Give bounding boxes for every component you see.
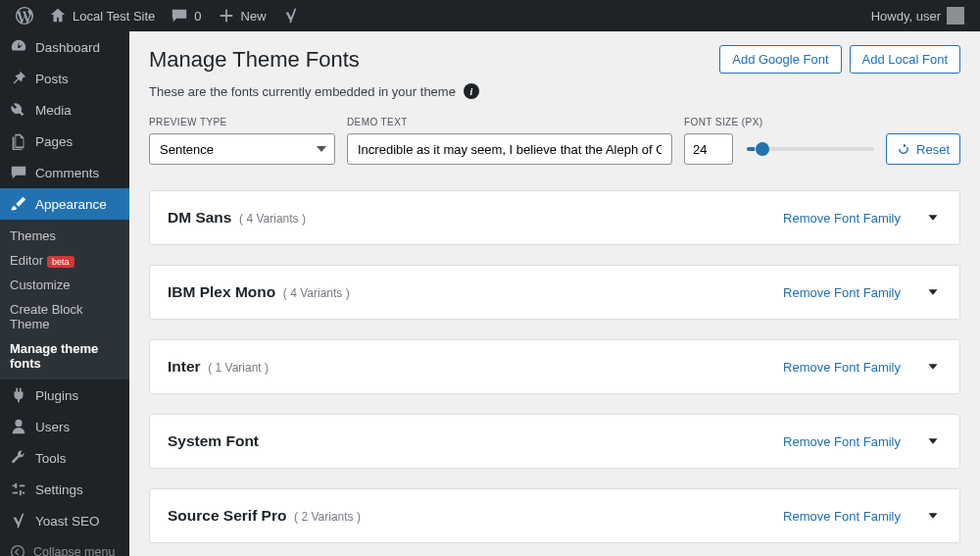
expand-toggle[interactable] [924, 358, 942, 376]
media-icon [10, 101, 27, 119]
sidebar-item-pages[interactable]: Pages [0, 126, 129, 157]
reset-icon [897, 142, 910, 156]
font-card: Inter ( 1 Variant ) Remove Font Family [149, 339, 960, 394]
sidebar-item-label: Settings [35, 482, 83, 497]
sidebar-item-label: Media [35, 103, 72, 118]
plus-icon [218, 7, 235, 25]
chevron-down-icon [924, 358, 942, 376]
sidebar-item-label: Posts [35, 72, 69, 86]
remove-font-link[interactable]: Remove Font Family [783, 509, 901, 524]
page-title: Manage Theme Fonts [149, 47, 360, 73]
dashboard-icon [10, 38, 27, 56]
demo-text-label: DEMO TEXT [347, 117, 672, 127]
remove-font-link[interactable]: Remove Font Family [783, 285, 901, 300]
new-content[interactable]: New [210, 0, 274, 31]
account-link[interactable]: Howdy, user [863, 0, 972, 31]
chevron-down-icon [924, 209, 942, 227]
adminbar: Local Test Site 0 New Howdy, user [0, 0, 980, 31]
sliders-icon [10, 480, 27, 498]
demo-text-input[interactable] [347, 133, 672, 165]
font-name: Source Serif Pro [168, 507, 286, 524]
submenu-themes[interactable]: Themes [0, 224, 129, 248]
fonts-list: DM Sans ( 4 Variants ) Remove Font Famil… [149, 190, 960, 543]
font-actions: Remove Font Family [783, 283, 942, 301]
sidebar-item-tools[interactable]: Tools [0, 442, 129, 474]
expand-toggle[interactable] [924, 432, 942, 450]
collapse-icon [10, 544, 25, 556]
font-variants: ( 4 Variants ) [239, 212, 306, 226]
font-card: Source Serif Pro ( 2 Variants ) Remove F… [149, 488, 960, 543]
font-variants: ( 2 Variants ) [294, 510, 361, 524]
home-icon [49, 7, 67, 25]
submenu-create-block-theme[interactable]: Create Block Theme [0, 297, 129, 336]
howdy-label: Howdy, user [871, 9, 941, 24]
chevron-down-icon [924, 507, 942, 525]
font-size-slider[interactable] [747, 147, 874, 151]
font-name: DM Sans [168, 209, 231, 226]
plug-icon [10, 386, 27, 404]
expand-toggle[interactable] [924, 283, 942, 301]
page-header: Manage Theme Fonts Add Google Font Add L… [149, 45, 960, 74]
sidebar-item-label: Tools [35, 451, 67, 466]
expand-toggle[interactable] [924, 209, 942, 227]
comment-icon [10, 164, 27, 181]
sidebar-item-label: Plugins [35, 388, 78, 403]
font-size-control: FONT SIZE (PX) [684, 117, 874, 165]
preview-type-select[interactable]: Sentence [149, 133, 335, 165]
new-label: New [241, 9, 267, 24]
site-home[interactable]: Local Test Site [41, 0, 163, 31]
yoast-icon [10, 512, 27, 530]
demo-text-control: DEMO TEXT [347, 117, 672, 165]
reset-button[interactable]: Reset [886, 133, 960, 165]
brush-icon [10, 195, 27, 213]
avatar [947, 7, 964, 25]
beta-badge: beta [47, 256, 74, 268]
remove-font-link[interactable]: Remove Font Family [783, 211, 901, 226]
yoast-bar-icon[interactable] [274, 0, 308, 31]
pin-icon [10, 70, 27, 87]
sidebar-item-settings[interactable]: Settings [0, 474, 129, 505]
wp-logo[interactable] [8, 0, 41, 31]
info-icon[interactable]: i [464, 83, 479, 99]
add-local-font-button[interactable]: Add Local Font [850, 45, 960, 74]
pages-icon [10, 132, 27, 150]
page-subtitle: These are the fonts currently embedded i… [149, 83, 960, 99]
sidebar-item-plugins[interactable]: Plugins [0, 379, 129, 411]
sidebar-item-appearance[interactable]: Appearance [0, 188, 129, 220]
header-actions: Add Google Font Add Local Font [719, 45, 960, 74]
sidebar-item-comments[interactable]: Comments [0, 157, 129, 188]
submenu-manage-theme-fonts[interactable]: Manage theme fonts [0, 336, 129, 376]
submenu-editor[interactable]: Editorbeta [0, 248, 129, 273]
submenu-customize[interactable]: Customize [0, 273, 129, 297]
font-variants: ( 4 Variants ) [283, 286, 350, 300]
remove-font-link[interactable]: Remove Font Family [783, 434, 901, 449]
adminbar-right: Howdy, user [863, 0, 972, 31]
adminbar-left: Local Test Site 0 New [8, 0, 308, 31]
font-name: System Font [168, 432, 259, 449]
preview-type-control: PREVIEW TYPE Sentence [149, 117, 335, 165]
comment-icon [171, 7, 188, 25]
collapse-menu[interactable]: Collapse menu [0, 536, 129, 556]
controls-row: PREVIEW TYPE Sentence DEMO TEXT FONT SIZ… [149, 117, 960, 165]
expand-toggle[interactable] [924, 507, 942, 525]
sidebar-item-users[interactable]: Users [0, 411, 129, 442]
comments-link[interactable]: 0 [163, 0, 209, 31]
font-name: IBM Plex Mono [168, 283, 275, 300]
yoast-icon [282, 7, 300, 25]
sidebar-item-dashboard[interactable]: Dashboard [0, 31, 129, 63]
font-actions: Remove Font Family [783, 209, 942, 227]
add-google-font-button[interactable]: Add Google Font [719, 45, 841, 74]
collapse-label: Collapse menu [33, 545, 115, 556]
sidebar-item-yoast[interactable]: Yoast SEO [0, 505, 129, 536]
sidebar-item-media[interactable]: Media [0, 94, 129, 126]
main-content: Manage Theme Fonts Add Google Font Add L… [129, 31, 980, 556]
font-card: System Font Remove Font Family [149, 414, 960, 469]
font-name: Inter [168, 358, 201, 375]
sidebar-item-label: Comments [35, 166, 99, 180]
site-title: Local Test Site [73, 9, 155, 24]
font-size-input[interactable] [684, 133, 733, 165]
font-card: IBM Plex Mono ( 4 Variants ) Remove Font… [149, 265, 960, 320]
remove-font-link[interactable]: Remove Font Family [783, 360, 901, 375]
font-variants: ( 1 Variant ) [208, 361, 269, 375]
sidebar-item-posts[interactable]: Posts [0, 63, 129, 94]
